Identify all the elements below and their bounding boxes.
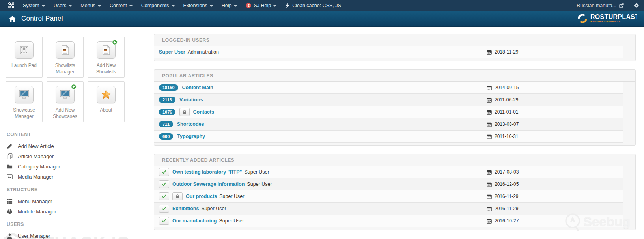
article-link[interactable]: Outdoor Sewerage Information xyxy=(172,181,245,187)
tile-showlists-manager[interactable]: Showlists Manager xyxy=(47,37,84,78)
chevron-down-icon xyxy=(129,5,133,7)
showcase-icon xyxy=(19,89,30,100)
plus-badge-icon xyxy=(112,39,118,45)
menu-menus[interactable]: Menus xyxy=(76,0,105,11)
copy-icon xyxy=(7,153,13,159)
article-author: Super User xyxy=(244,169,269,175)
article-link[interactable]: Content Main xyxy=(182,85,213,90)
published-check-button[interactable] xyxy=(159,168,169,176)
popular-article-row: 18150 Content Main 2014-09-15 xyxy=(154,82,623,94)
cube-icon xyxy=(7,209,13,215)
chevron-down-icon xyxy=(234,5,237,7)
home-icon xyxy=(9,15,16,22)
joomla-logo-icon xyxy=(8,2,15,9)
recent-article-row: Outdoor Sewerage Information Super User … xyxy=(154,178,623,190)
checked-out-lock-button[interactable] xyxy=(172,192,183,200)
hit-count-badge: 2113 xyxy=(159,97,175,103)
seebug-watermark: Seebug xyxy=(564,212,630,231)
calendar-icon xyxy=(487,50,492,55)
published-check-button[interactable] xyxy=(159,217,169,225)
lock-icon xyxy=(182,110,187,114)
article-link[interactable]: Own testing laboratory "RTP" xyxy=(172,169,242,175)
plus-badge-icon xyxy=(71,84,77,90)
tile-about[interactable]: About xyxy=(88,81,125,122)
calendar-icon xyxy=(487,194,492,199)
site-preview-link[interactable]: Russian manufa... xyxy=(577,3,624,8)
panel-title: POPULAR ARTICLES xyxy=(154,70,635,82)
published-check-button[interactable] xyxy=(159,205,169,213)
sidebar-item-category-manager[interactable]: Category Manager xyxy=(7,161,144,172)
hit-count-badge: 711 xyxy=(159,121,173,127)
menu-system[interactable]: System xyxy=(19,0,49,11)
check-icon xyxy=(162,170,166,174)
sidebar-item-user-manager[interactable]: User Manager xyxy=(7,231,144,239)
recent-article-row: Our products Super User 2016-11-29 xyxy=(154,190,623,203)
admin-menu-bar: System Users Menus Content Components Ex… xyxy=(0,0,644,11)
panel-recently-added-articles: RECENTLY ADDED ARTICLES Own testing labo… xyxy=(154,154,636,230)
sidebar-item-add-new-article[interactable]: Add New Article xyxy=(7,141,144,151)
topbar-right: Russian manufa... xyxy=(577,2,639,8)
lock-icon xyxy=(175,194,180,199)
sidebar-item-article-manager[interactable]: Article Manager xyxy=(7,151,144,161)
article-link[interactable]: Variations xyxy=(179,97,203,103)
menu-sj-help[interactable]: S SJ Help xyxy=(241,0,281,11)
sidebar-item-media-manager[interactable]: Media Manager xyxy=(7,172,144,182)
main-content: LOGGED-IN USERS Super User Administratio… xyxy=(154,27,636,239)
gear-icon[interactable] xyxy=(633,2,639,8)
tile-add-new-showcases[interactable]: Add New Showcases xyxy=(47,81,84,122)
tile-add-new-showlists[interactable]: Add New Showlists xyxy=(88,37,125,78)
menu-users[interactable]: Users xyxy=(49,0,77,11)
article-author: Super User xyxy=(201,206,226,211)
article-link[interactable]: Our products xyxy=(186,194,217,199)
site-brand-logo: ROSTURPLAST Russian manufactur xyxy=(577,13,637,24)
user-icon xyxy=(7,233,13,239)
tile-showcase-manager[interactable]: Showcase Manager xyxy=(6,81,43,122)
recent-article-row: Our manufacturing Super User 2016-10-27 xyxy=(154,215,623,227)
panel-logged-in-users: LOGGED-IN USERS Super User Administratio… xyxy=(154,34,636,61)
sidebar: BITHACK.IO Launch Pad Showlists Manager … xyxy=(0,27,149,239)
panel-title: RECENTLY ADDED ARTICLES xyxy=(154,154,635,166)
page-title: Control Panel xyxy=(21,15,63,22)
showcase-icon xyxy=(60,89,71,100)
published-check-button[interactable] xyxy=(159,192,169,200)
tile-launch-pad[interactable]: Launch Pad xyxy=(6,37,43,78)
launchpad-icon xyxy=(19,45,30,56)
recent-article-row: Exhibitions Super User 2016-11-29 xyxy=(154,203,623,215)
article-author: Super User xyxy=(247,181,272,187)
sidebar-item-module-manager[interactable]: Module Manager xyxy=(7,206,144,217)
calendar-icon xyxy=(487,134,492,139)
article-link[interactable]: Contacts xyxy=(193,109,214,115)
check-icon xyxy=(162,182,166,187)
calendar-icon xyxy=(487,110,492,115)
popular-article-row: 711 Shortcodes 2013-03-07 xyxy=(154,118,623,131)
popular-article-row: 1076 Contacts 2011-01-01 xyxy=(154,106,623,118)
image-icon xyxy=(7,174,13,180)
checked-out-lock-button[interactable] xyxy=(179,108,190,116)
clean-cache-button[interactable]: Clean cache: CSS, JS xyxy=(281,0,345,11)
logged-in-user-row: Super User Administration 2018-11-29 xyxy=(154,46,623,58)
date-cell: 2018-11-29 xyxy=(487,49,519,55)
published-check-button[interactable] xyxy=(159,180,169,188)
user-link[interactable]: Super User xyxy=(159,49,185,55)
joomla-admin-screen: System Users Menus Content Components Ex… xyxy=(0,0,644,239)
menu-content[interactable]: Content xyxy=(105,0,137,11)
chevron-down-icon xyxy=(210,5,213,7)
article-link[interactable]: Shortcodes xyxy=(177,121,204,127)
calendar-icon xyxy=(487,170,492,175)
article-link[interactable]: Exhibitions xyxy=(172,206,199,211)
menu-extensions[interactable]: Extensions xyxy=(179,0,217,11)
calendar-icon xyxy=(487,85,492,90)
recent-article-row: Own testing laboratory "RTP" Super User … xyxy=(154,166,623,178)
sidebar-item-menu-manager[interactable]: Menu Manager xyxy=(7,196,144,206)
article-link[interactable]: Typography xyxy=(177,134,205,139)
seebug-logo-icon xyxy=(564,212,581,231)
article-link[interactable]: Our manufacturing xyxy=(172,218,217,224)
menu-components[interactable]: Components xyxy=(137,0,179,11)
menu-help[interactable]: Help xyxy=(217,0,242,11)
sj-help-badge-icon: S xyxy=(246,3,251,8)
page-header: Control Panel ROSTURPLAST Russian manufa… xyxy=(0,11,644,27)
popular-article-row: 600 Typography 2011-10-31 xyxy=(154,131,623,143)
brand-circle-icon xyxy=(577,13,588,24)
sidebar-nav: CONTENT Add New Article Article Manager … xyxy=(7,127,144,239)
section-title-structure: STRUCTURE xyxy=(7,187,144,192)
